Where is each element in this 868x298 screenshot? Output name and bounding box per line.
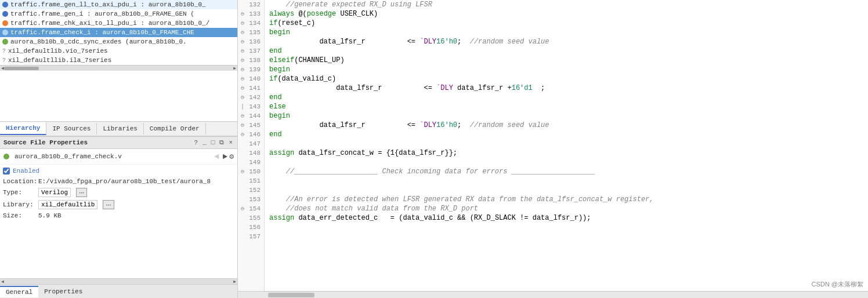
icon-q-2: ? bbox=[2, 57, 6, 64]
dot-icon-4 bbox=[2, 30, 8, 35]
line-num-row: 151 bbox=[238, 176, 264, 186]
bookmark-dot-empty bbox=[238, 179, 241, 183]
line-num-row: ⊖145 bbox=[238, 121, 264, 130]
panel-controls: ? _ □ ⧉ × bbox=[193, 139, 234, 147]
code-line bbox=[265, 186, 868, 195]
settings-icon[interactable]: ⚙ bbox=[229, 152, 234, 161]
line-num-row: 148 bbox=[238, 148, 264, 158]
line-num-row: ⊖150 bbox=[238, 167, 264, 176]
fold-minus-icon[interactable]: ⊖ bbox=[241, 122, 244, 129]
fold-minus-icon[interactable]: ⊖ bbox=[241, 10, 244, 17]
type-dots-button[interactable]: ··· bbox=[76, 188, 87, 197]
code-line: end bbox=[265, 130, 868, 139]
code-line: else if(CHANNEL_UP) bbox=[265, 56, 868, 65]
code-line: assign data_err_detected_c = (data_valid… bbox=[265, 213, 868, 223]
fold-minus-icon[interactable]: ⊖ bbox=[241, 112, 244, 119]
line-num-row: ⊖146 bbox=[238, 130, 264, 139]
file-tree: traffic.frame_gen_ll_to_axi_pdu_i : auro… bbox=[0, 0, 237, 122]
fold-minus-icon[interactable]: ⊖ bbox=[241, 205, 244, 212]
props-scroll-right[interactable]: ▶ bbox=[233, 279, 236, 284]
line-num-row: ⊖133 bbox=[238, 9, 264, 19]
bookmark-dot-empty bbox=[238, 216, 241, 220]
library-label: Library: bbox=[3, 201, 35, 208]
tab-ip-sources[interactable]: IP Sources bbox=[46, 123, 97, 135]
fold-minus-icon[interactable]: ⊖ bbox=[241, 66, 244, 73]
bookmark-dot-empty bbox=[238, 3, 241, 6]
enabled-label: Enabled bbox=[13, 168, 39, 175]
fold-minus-icon[interactable]: ⊖ bbox=[241, 94, 244, 101]
close-button[interactable]: × bbox=[227, 139, 234, 147]
code-line: if(reset_c) bbox=[265, 19, 868, 28]
line-number: 147 bbox=[247, 140, 261, 147]
fold-minus-icon[interactable]: ⊖ bbox=[241, 75, 244, 82]
line-num-row: ⊖144 bbox=[238, 111, 264, 121]
tree-item-text-2: traffic.frame_gen_i : aurora_8b10b_0_FRA… bbox=[10, 10, 194, 17]
fold-minus-icon[interactable]: ⊖ bbox=[241, 57, 244, 64]
bookmark-dot-empty bbox=[238, 226, 241, 229]
tab-libraries[interactable]: Libraries bbox=[97, 123, 143, 135]
type-row: Type: Verilog ··· bbox=[3, 188, 234, 197]
line-numbers: 132⊖133⊖134⊖135⊖136⊖137⊖138⊖139⊖140⊖141⊖… bbox=[238, 0, 265, 291]
code-line: begin bbox=[265, 28, 868, 37]
bookmark-dot-empty bbox=[238, 235, 241, 238]
fold-minus-icon[interactable]: ⊖ bbox=[241, 168, 244, 175]
tree-item-text-1: traffic.frame_gen_ll_to_axi_pdu_i : auro… bbox=[10, 1, 206, 8]
restore-button[interactable]: □ bbox=[210, 139, 216, 147]
enabled-checkbox[interactable] bbox=[3, 168, 10, 175]
code-line: assign data_lfsr_concat_w = {1{data_lfsr… bbox=[265, 148, 868, 158]
code-content: 132⊖133⊖134⊖135⊖136⊖137⊖138⊖139⊖140⊖141⊖… bbox=[238, 0, 868, 291]
scroll-right-arrow[interactable]: ▶ bbox=[233, 66, 236, 71]
tab-general[interactable]: General bbox=[0, 286, 38, 297]
tree-item-1[interactable]: traffic.frame_gen_ll_to_axi_pdu_i : auro… bbox=[0, 0, 237, 9]
tree-item-4[interactable]: traffic.frame_check_i : aurora_8b10b_0_F… bbox=[0, 28, 237, 37]
location-row: Location: E:/vivado_fpga_pro/auraro8b_10… bbox=[3, 178, 234, 185]
scroll-thumb[interactable] bbox=[4, 67, 39, 70]
tree-item-text-4: traffic.frame_check_i : aurora_8b10b_0_F… bbox=[10, 29, 194, 36]
line-num-row: |143 bbox=[238, 102, 264, 111]
tab-properties[interactable]: Properties bbox=[38, 286, 88, 297]
tree-item-7[interactable]: ? xil_defaultllib.ila_7series bbox=[0, 56, 237, 65]
line-number: 132 bbox=[247, 1, 261, 8]
tab-compile-order[interactable]: Compile Order bbox=[144, 123, 206, 135]
minimize-button[interactable]: _ bbox=[201, 139, 208, 147]
fold-minus-icon[interactable]: ⊖ bbox=[241, 131, 244, 138]
fold-minus-icon[interactable]: ⊖ bbox=[241, 29, 244, 36]
location-value: E:/vivado_fpga_pro/auraro8b_10b_test/aur… bbox=[38, 178, 234, 185]
code-line: end bbox=[265, 46, 868, 56]
line-number: 139 bbox=[247, 66, 261, 73]
tree-item-5[interactable]: aurora_8b10b_0_cdc_sync_exdes (aurora_8b… bbox=[0, 37, 237, 46]
fold-minus-icon[interactable]: ⊖ bbox=[241, 20, 244, 27]
nav-back-button[interactable]: ◄ bbox=[212, 152, 220, 161]
props-scrollbar-h[interactable]: ◀ ▶ bbox=[0, 278, 237, 284]
line-number: 142 bbox=[247, 94, 261, 101]
code-line bbox=[265, 139, 868, 148]
nav-forward-button[interactable]: ► bbox=[221, 152, 229, 161]
code-scrollbar-h[interactable]: CSDN @未落柳絮 bbox=[238, 291, 868, 298]
code-line: end bbox=[265, 93, 868, 102]
tree-item-2[interactable]: traffic.frame_gen_i : aurora_8b10b_0_FRA… bbox=[0, 9, 237, 19]
code-area[interactable]: //generate expected RX_D using LFSR alwa… bbox=[265, 0, 868, 291]
location-label: Location: bbox=[3, 178, 35, 185]
line-number: 151 bbox=[247, 177, 261, 184]
fold-minus-icon[interactable]: ⊖ bbox=[241, 85, 244, 92]
tree-item-6[interactable]: ? xil_defaultlib.vio_7series bbox=[0, 46, 237, 56]
bottom-tabs: General Properties bbox=[0, 284, 237, 298]
line-num-row: 132 bbox=[238, 0, 264, 9]
code-panel: 132⊖133⊖134⊖135⊖136⊖137⊖138⊖139⊖140⊖141⊖… bbox=[238, 0, 868, 298]
tree-scrollbar-h[interactable]: ◀ ▶ bbox=[0, 65, 237, 71]
line-number: 155 bbox=[247, 215, 261, 221]
tab-hierarchy[interactable]: Hierarchy bbox=[0, 122, 46, 135]
props-scroll-left[interactable]: ◀ bbox=[1, 279, 4, 284]
fold-minus-icon[interactable]: ⊖ bbox=[241, 48, 244, 54]
source-file-properties: Source File Properties ? _ □ ⧉ × aurora_… bbox=[0, 137, 237, 298]
code-scroll-thumb[interactable] bbox=[268, 293, 314, 297]
help-button[interactable]: ? bbox=[193, 139, 200, 147]
maximize-button[interactable]: ⧉ bbox=[218, 139, 225, 147]
type-label: Type: bbox=[3, 189, 35, 196]
tree-item-3[interactable]: traffic.frame_chk_axi_to_ll_pdu_i : auro… bbox=[0, 19, 237, 28]
fold-minus-icon[interactable]: ⊖ bbox=[241, 38, 244, 45]
panel-header: Source File Properties ? _ □ ⧉ × bbox=[0, 137, 237, 149]
library-dots-button[interactable]: ··· bbox=[103, 200, 114, 209]
line-num-row: ⊖134 bbox=[238, 19, 264, 28]
dot-icon-3 bbox=[2, 20, 8, 26]
